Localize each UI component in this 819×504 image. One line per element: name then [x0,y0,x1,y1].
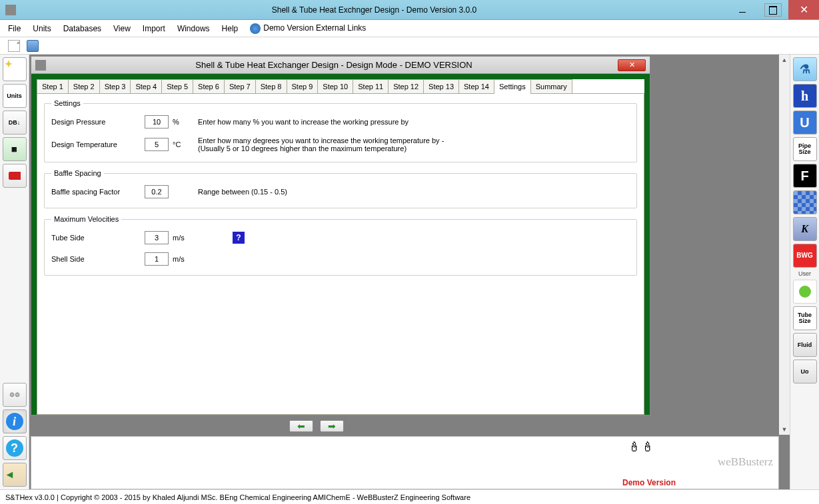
design-pressure-hint: Enter how many % you want to increase th… [198,118,409,126]
design-temperature-input[interactable] [145,138,169,151]
velocity-help-button[interactable]: ? [233,232,245,244]
menu-import[interactable]: Import [143,24,165,33]
design-temperature-hint: Enter how many degrees you want to incre… [198,136,451,152]
tab-step-7[interactable]: Step 7 [224,79,256,93]
uo-button[interactable]: Uo [793,360,817,383]
design-temperature-unit: °C [173,140,193,148]
scroll-up-icon[interactable]: ▲ [779,55,790,65]
status-text: S&THex v3.0.0 | Copyright © 2003 - 2015 … [5,493,470,501]
design-pressure-input[interactable] [145,115,169,128]
tab-row: Step 1 Step 2 Step 3 Step 4 Step 5 Step … [37,79,644,93]
menu-view[interactable]: View [113,24,131,33]
database-button[interactable]: DB↓ [3,111,27,134]
tab-step-6[interactable]: Step 6 [193,79,225,93]
shell-side-input[interactable] [145,252,169,266]
next-step-button[interactable]: ➡ [320,420,344,432]
scroll-down-icon[interactable]: ▼ [779,424,790,435]
minimize-button[interactable] [727,0,758,19]
settings-fieldset: Settings Design Pressure % Enter how man… [44,99,637,162]
status-bar: S&THex v3.0.0 | Copyright © 2003 - 2015 … [0,489,819,504]
close-button[interactable]: ✕ [788,0,819,19]
baffle-fieldset: Baffle Spacing Baffle spacing Factor Ran… [44,169,637,208]
candles-icon: 🕯🕯 [628,439,654,455]
baffle-legend: Baffle Spacing [51,169,104,177]
title-bar: Shell & Tube Heat Exchnger Design - Demo… [0,0,819,20]
app-icon [5,5,16,15]
velocities-legend: Maximum Velocities [51,215,121,223]
child-close-button[interactable]: ✕ [618,59,646,71]
design-pressure-unit: % [173,118,193,126]
exit-button[interactable] [3,463,27,487]
tab-step-13[interactable]: Step 13 [423,79,459,93]
menu-bar: File Units Databases View Import Windows… [0,20,819,37]
shell-side-label: Shell Side [51,255,145,263]
menu-databases[interactable]: Databases [63,24,101,33]
globe-icon [250,23,261,34]
flask-button[interactable]: ⚗ [793,57,817,81]
tube-side-unit: m/s [173,234,193,242]
menu-help[interactable]: Help [222,24,239,33]
pin-button[interactable] [3,164,27,188]
prev-step-button[interactable]: ⬅ [289,420,313,432]
tab-step-1[interactable]: Step 1 [37,79,69,93]
h-button[interactable]: h [793,84,817,108]
bwg-button[interactable]: BWG [793,244,817,268]
mdi-container: ▲ ▼ Shell & Tube Heat Exchanger Design -… [29,55,790,489]
pattern-button[interactable] [793,190,817,214]
child-title-bar: Shell & Tube Heat Exchanger Design - Des… [31,57,650,74]
baffle-factor-hint: Range between (0.15 - 0.5) [198,188,287,196]
new-file-icon[interactable] [8,40,20,52]
tab-summary[interactable]: Summary [530,79,572,93]
tab-step-2[interactable]: Step 2 [68,79,100,93]
box-icon[interactable] [27,40,39,52]
user-button[interactable] [793,280,817,304]
bottom-panel: 🕯🕯 weBBusterz Demo Version [31,436,779,489]
menu-units[interactable]: Units [33,24,51,33]
tab-step-4[interactable]: Step 4 [130,79,162,93]
fluid-button[interactable]: Fluid [793,333,817,357]
tab-step-11[interactable]: Step 11 [353,79,389,93]
design-temperature-label: Design Temperature [51,140,145,148]
tab-step-10[interactable]: Step 10 [317,79,353,93]
tab-settings[interactable]: Settings [494,79,531,94]
design-pressure-label: Design Pressure [51,118,145,126]
tab-step-3[interactable]: Step 3 [99,79,131,93]
small-toolbar [0,37,819,55]
user-label: User [798,270,811,277]
design-child-window: Shell & Tube Heat Exchanger Design - Des… [31,56,650,415]
tab-step-5[interactable]: Step 5 [161,79,193,93]
tab-step-14[interactable]: Step 14 [458,79,494,93]
tab-content: Settings Design Pressure % Enter how man… [37,93,644,415]
units-button[interactable]: Units [3,84,27,108]
f-button[interactable]: F [793,164,817,188]
tube-side-label: Tube Side [51,234,145,242]
maximize-button[interactable] [764,3,782,17]
tube-size-button[interactable]: Tube Size [793,306,817,330]
window-title: Shell & Tube Heat Exchnger Design - Demo… [21,5,727,15]
excel-button[interactable]: ▦ [3,137,27,161]
tab-step-8[interactable]: Step 8 [255,79,287,93]
u-button[interactable]: U [793,111,817,134]
baffle-factor-label: Baffle spacing Factor [51,188,145,196]
child-window-title: Shell & Tube Heat Exchanger Design - Des… [50,60,618,70]
velocities-fieldset: Maximum Velocities Tube Side m/s ? Shell… [44,215,637,276]
menu-file[interactable]: File [8,24,21,33]
demo-version-label: Demo Version [622,478,676,487]
help-button[interactable]: ? [3,436,27,460]
child-window-icon [35,60,46,71]
settings-legend: Settings [51,99,83,107]
new-document-button[interactable] [3,57,27,81]
menu-windows[interactable]: Windows [177,24,210,33]
right-toolbar: ⚗ h U Pipe Size F K BWG User Tube Size F… [790,55,819,489]
tube-side-input[interactable] [145,231,169,244]
pipe-size-button[interactable]: Pipe Size [793,137,817,161]
tab-step-12[interactable]: Step 12 [388,79,424,93]
baffle-factor-input[interactable] [145,185,169,198]
tab-step-9[interactable]: Step 9 [287,79,319,93]
vertical-scrollbar[interactable]: ▲ ▼ [779,55,790,435]
settings-gears-button[interactable]: ⚙⚙ [3,383,27,407]
menu-external-links[interactable]: Demo Version External Links [250,23,366,34]
k-button[interactable]: K [793,217,817,241]
info-button[interactable]: i [3,409,27,433]
left-toolbar: Units DB↓ ▦ ⚙⚙ i ? [0,55,29,489]
